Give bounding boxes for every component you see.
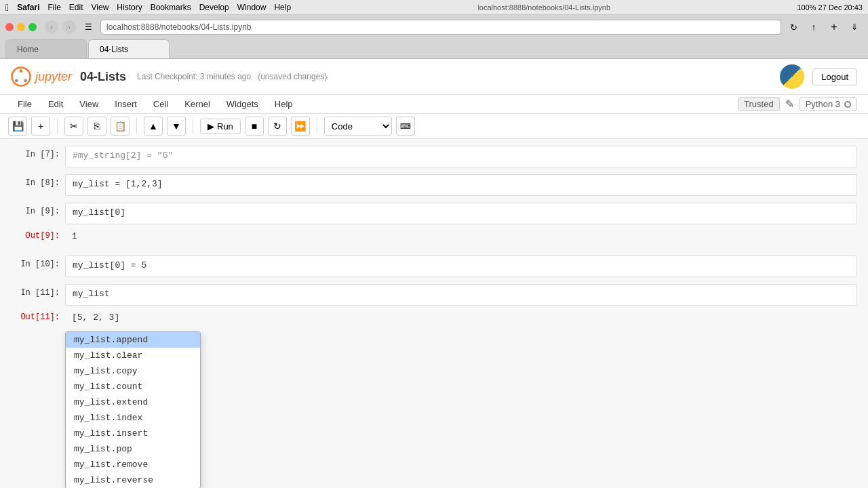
mac-menu-bookmarks[interactable]: Bookmarks (151, 3, 191, 12)
autocomplete-item-reverse[interactable]: my_list.reverse (66, 472, 200, 488)
kernel-indicator[interactable]: Python 3 (800, 97, 857, 111)
toolbar-separator-1 (57, 118, 58, 134)
menu-help[interactable]: Help (268, 96, 300, 112)
cell-11: In [11]: my_list (0, 283, 868, 307)
logout-button[interactable]: Logout (812, 68, 857, 85)
autocomplete-item-copy[interactable]: my_list.copy (66, 363, 200, 379)
copy-cell-button[interactable]: ⎘ (87, 117, 106, 136)
autocomplete-dropdown[interactable]: my_list.append my_list.clear my_list.cop… (65, 331, 201, 488)
mac-app-name[interactable]: Safari (17, 3, 39, 12)
trusted-badge[interactable]: Trusted (738, 97, 780, 111)
new-tab-button[interactable]: + (826, 20, 842, 35)
run-icon: ▶ (208, 121, 214, 131)
menu-cell[interactable]: Cell (146, 96, 175, 112)
autocomplete-item-remove[interactable]: my_list.remove (66, 457, 200, 472)
mac-menubar-left:  Safari File Edit View History Bookmark… (5, 2, 291, 13)
notebook-content[interactable]: In [7]: #my_string[2] = "G" In [8]: my_l… (0, 139, 868, 488)
cell-10-input[interactable]: my_list[0] = 5 (65, 256, 857, 277)
autocomplete-item-count[interactable]: my_list.count (66, 379, 200, 394)
interrupt-button[interactable]: ■ (245, 117, 264, 136)
menu-insert[interactable]: Insert (108, 96, 144, 112)
download-button[interactable]: ⇓ (846, 20, 863, 35)
maximize-button[interactable] (28, 23, 37, 31)
share-button[interactable]: ↑ (806, 20, 822, 35)
tab-home[interactable]: Home (5, 39, 87, 58)
mac-menu-view[interactable]: View (92, 3, 109, 12)
cell-9-output: 1 (65, 227, 857, 249)
close-button[interactable] (5, 23, 14, 31)
mac-menu-help[interactable]: Help (274, 3, 291, 12)
jupyter-logo: jupyter (11, 66, 72, 87)
browser-toolbar: ‹ › ☰ localhost:8888/notebooks/04-Lists.… (0, 15, 868, 39)
autocomplete-item-insert[interactable]: my_list.insert (66, 426, 200, 441)
notebook-name[interactable]: 04-Lists (80, 70, 126, 84)
mac-status-right: 100% 27 Dec 20:43 (797, 3, 863, 12)
menu-widgets[interactable]: Widgets (220, 96, 265, 112)
run-button[interactable]: ▶ Run (200, 119, 241, 134)
cell-8-in-label: In [8]: (11, 174, 65, 188)
run-label: Run (217, 121, 233, 131)
cell-9-in-label: In [9]: (11, 203, 65, 216)
restart-button[interactable]: ↻ (268, 117, 287, 136)
menu-file[interactable]: File (11, 96, 39, 112)
autocomplete-item-clear[interactable]: my_list.clear (66, 348, 200, 363)
mac-menu-window[interactable]: Window (237, 3, 267, 12)
mac-menu-edit[interactable]: Edit (69, 3, 83, 12)
cell-11-in-label: In [11]: (11, 284, 65, 298)
autocomplete-item-append[interactable]: my_list.append (66, 332, 200, 348)
restart-run-button[interactable]: ⏩ (291, 117, 310, 136)
jupyter-menubar: File Edit View Insert Cell Kernel Widget… (0, 95, 868, 114)
cell-9: In [9]: my_list[0] (0, 201, 868, 226)
mac-menubar-right: 100% 27 Dec 20:43 (797, 3, 863, 12)
cell-9-out-label: Out[9]: (11, 227, 65, 241)
kernel-label: Python 3 (806, 99, 840, 109)
cell-8: In [8]: my_list = [1,2,3] (0, 173, 868, 197)
cell-type-select[interactable]: Code (324, 117, 392, 136)
cut-cell-button[interactable]: ✂ (64, 117, 83, 136)
cell-10: In [10]: my_list[0] = 5 (0, 254, 868, 279)
reload-button[interactable]: ↻ (785, 20, 802, 35)
menu-edit[interactable]: Edit (41, 96, 70, 112)
jupyter-header: jupyter 04-Lists Last Checkpoint: 3 minu… (0, 59, 868, 95)
tab-04-lists-label: 04-Lists (100, 45, 128, 54)
move-down-button[interactable]: ▼ (167, 117, 186, 136)
cell-11-input[interactable]: my_list (65, 284, 857, 306)
mac-menu-develop[interactable]: Develop (199, 3, 229, 12)
cell-11-output: [5, 2, 3] (65, 308, 857, 330)
cell-11-out: Out[11]: [5, 2, 3] (0, 307, 868, 331)
apple-icon[interactable]:  (5, 2, 9, 13)
tab-04-lists[interactable]: 04-Lists (88, 39, 170, 58)
edit-icon[interactable]: ✎ (785, 98, 794, 110)
cell-7-input[interactable]: #my_string[2] = "G" (65, 146, 857, 167)
kernel-status-circle (844, 101, 851, 108)
mac-menubar-center: localhost:8888/notebooks/04-Lists.ipynb (299, 3, 789, 12)
forward-button[interactable]: › (62, 20, 76, 34)
keyboard-shortcut-button[interactable]: ⌨ (396, 117, 415, 136)
paste-cell-button[interactable]: 📋 (111, 117, 130, 136)
checkpoint-text: Last Checkpoint: 3 minutes ago (unsaved … (137, 72, 327, 81)
minimize-button[interactable] (17, 23, 25, 31)
cell-11-out-label: Out[11]: (11, 308, 65, 322)
mac-menu-file[interactable]: File (47, 3, 60, 12)
autocomplete-item-pop[interactable]: my_list.pop (66, 441, 200, 457)
autocomplete-item-extend[interactable]: my_list.extend (66, 394, 200, 410)
mac-menu-history[interactable]: History (117, 3, 142, 12)
autocomplete-item-index[interactable]: my_list.index (66, 410, 200, 426)
show-sidebar-button[interactable]: ☰ (80, 20, 96, 35)
move-up-button[interactable]: ▲ (144, 117, 163, 136)
toolbar-separator-3 (193, 118, 193, 134)
save-button[interactable]: 💾 (8, 117, 27, 136)
cell-9-input[interactable]: my_list[0] (65, 203, 857, 224)
autocomplete-container: my_list.append my_list.clear my_list.cop… (65, 331, 868, 488)
traffic-lights (5, 23, 37, 31)
jupyter-wordmark: jupyter (35, 70, 72, 84)
menu-kernel[interactable]: Kernel (178, 96, 217, 112)
toolbar-separator-4 (317, 118, 317, 134)
menu-view[interactable]: View (73, 96, 105, 112)
url-bar[interactable]: localhost:8888/notebooks/04-Lists.ipynb (100, 20, 781, 35)
header-right-controls: Trusted ✎ Python 3 (738, 97, 857, 111)
toolbar-separator-2 (136, 118, 137, 134)
add-cell-button[interactable]: + (31, 117, 50, 136)
cell-8-input[interactable]: my_list = [1,2,3] (65, 174, 857, 196)
back-button[interactable]: ‹ (45, 20, 58, 34)
